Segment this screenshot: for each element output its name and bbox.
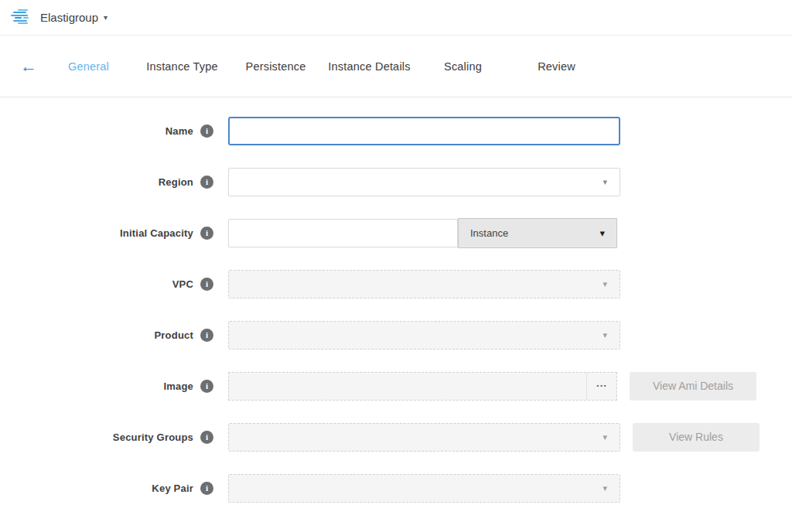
caret-down-icon: ▾ <box>599 227 605 239</box>
image-browse-button[interactable]: ... <box>587 373 616 400</box>
name-label: Name <box>0 125 193 137</box>
product-label: Product <box>0 329 193 341</box>
app-switcher-caret-icon[interactable]: ▾ <box>104 13 108 22</box>
app-switcher-label[interactable]: Elastigroup <box>40 11 98 24</box>
tab-general[interactable]: General <box>42 60 135 73</box>
initial-capacity-label: Initial Capacity <box>0 227 193 239</box>
form-row-product: Product i ▾ <box>0 320 792 350</box>
initial-capacity-input[interactable] <box>228 219 458 247</box>
caret-down-icon: ▾ <box>603 483 607 493</box>
view-rules-button[interactable]: View Rules <box>633 423 760 452</box>
form-row-key-pair: Key Pair i ▾ <box>0 473 792 503</box>
form-row-name: Name i <box>0 116 792 145</box>
image-info-icon[interactable]: i <box>200 380 213 393</box>
caret-down-icon: ▾ <box>603 279 607 289</box>
top-bar: Elastigroup ▾ <box>0 0 792 36</box>
capacity-unit-select[interactable]: Instance ▾ <box>458 218 617 248</box>
back-arrow-icon[interactable]: ← <box>15 58 42 75</box>
tab-instance-details[interactable]: Instance Details <box>323 60 416 73</box>
key-pair-select[interactable]: ▾ <box>228 474 620 503</box>
security-groups-info-icon[interactable]: i <box>200 431 213 444</box>
region-info-icon[interactable]: i <box>200 176 213 189</box>
elastigroup-logo-icon <box>11 9 31 27</box>
wizard-tab-bar: ← General Instance Type Persistence Inst… <box>0 36 792 97</box>
form-row-security-groups: Security Groups i ▾ View Rules <box>0 422 792 452</box>
security-groups-select[interactable]: ▾ <box>228 423 620 452</box>
tab-instance-type[interactable]: Instance Type <box>135 60 229 73</box>
name-input[interactable] <box>228 117 620 145</box>
caret-down-icon: ▾ <box>603 177 607 187</box>
region-select[interactable]: ▾ <box>228 168 620 196</box>
view-ami-details-button[interactable]: View Ami Details <box>630 372 756 401</box>
product-info-icon[interactable]: i <box>200 329 213 342</box>
form-row-image: Image i ... View Ami Details <box>0 371 792 401</box>
vpc-info-icon[interactable]: i <box>200 278 213 291</box>
form-row-vpc: VPC i ▾ <box>0 269 792 298</box>
region-label: Region <box>0 176 193 188</box>
key-pair-label: Key Pair <box>0 483 193 494</box>
form-row-initial-capacity: Initial Capacity i Instance ▾ <box>0 218 792 247</box>
tab-scaling[interactable]: Scaling <box>416 60 510 73</box>
tab-review[interactable]: Review <box>510 60 603 73</box>
security-groups-label: Security Groups <box>0 431 193 443</box>
key-pair-info-icon[interactable]: i <box>200 482 213 495</box>
image-label: Image <box>0 380 193 392</box>
vpc-select[interactable]: ▾ <box>228 270 620 298</box>
vpc-label: VPC <box>0 278 193 290</box>
tab-persistence[interactable]: Persistence <box>229 60 323 73</box>
form-row-region: Region i ▾ <box>0 167 792 196</box>
initial-capacity-info-icon[interactable]: i <box>200 227 213 240</box>
image-input[interactable]: ... <box>228 372 617 401</box>
caret-down-icon: ▾ <box>603 330 607 340</box>
product-select[interactable]: ▾ <box>228 321 620 350</box>
capacity-unit-value: Instance <box>470 227 508 239</box>
name-info-icon[interactable]: i <box>200 124 213 138</box>
general-settings-form: Name i Region i ▾ Initial Capacity i Ins… <box>0 97 792 503</box>
caret-down-icon: ▾ <box>603 432 607 442</box>
image-input-field[interactable] <box>229 373 587 400</box>
